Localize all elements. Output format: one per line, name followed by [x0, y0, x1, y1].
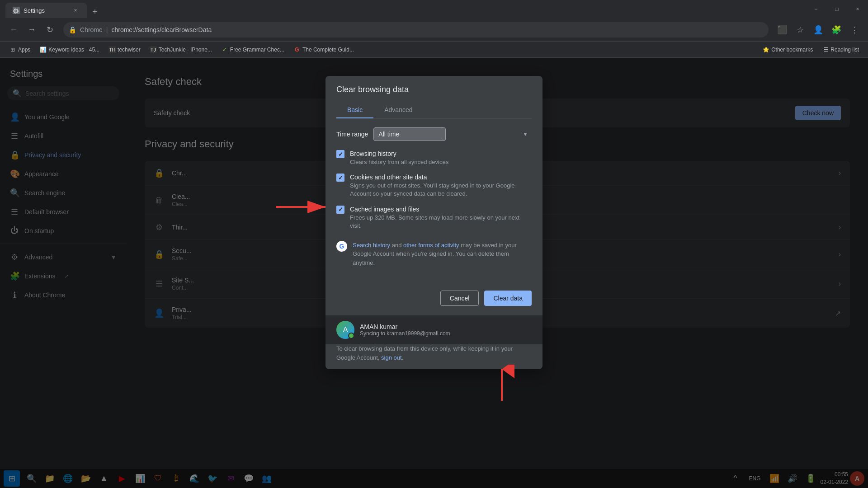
- time-range-row: Time range Last hour Last 24 hours Last …: [336, 127, 532, 141]
- cookies-desc: Signs you out of most sites. You'll stay…: [350, 182, 532, 198]
- keyword-favicon: 📊: [39, 46, 47, 53]
- cookies-title: Cookies and other site data: [350, 174, 532, 181]
- menu-button[interactable]: ⋮: [846, 22, 863, 38]
- bookmark-guide[interactable]: G The Complete Guid...: [290, 44, 358, 55]
- check-icon-2: ✓: [338, 174, 343, 181]
- tab-close-button[interactable]: ×: [71, 6, 80, 14]
- guide-label: The Complete Guid...: [302, 47, 354, 53]
- clear-browsing-dialog: Clear browsing data Basic Advanced Time …: [326, 76, 542, 369]
- grammar-label: Free Grammar Chec...: [230, 47, 284, 53]
- lock-icon: 🔒: [69, 26, 76, 33]
- nav-action-buttons: ⬛ ☆ 👤 🧩 ⋮: [774, 22, 863, 38]
- address-bar[interactable]: 🔒 Chrome | chrome://settings/clearBrowse…: [63, 22, 769, 38]
- forward-button[interactable]: →: [24, 22, 40, 38]
- tab-advanced[interactable]: Advanced: [373, 102, 423, 118]
- reading-list-icon: ☰: [824, 47, 829, 53]
- refresh-icon: ↻: [47, 25, 53, 35]
- chevron-down-icon: ▼: [523, 131, 528, 137]
- active-tab[interactable]: ⚙ Settings ×: [5, 3, 87, 18]
- other-bookmarks-button[interactable]: ⭐ Other bookmarks: [759, 45, 816, 55]
- google-info-row: G Search history and other forms of acti…: [336, 237, 532, 271]
- browsing-history-row: ✓ Browsing history Clears history from a…: [336, 150, 532, 166]
- apps-label: Apps: [18, 47, 30, 53]
- dialog-bottom-text: To clear browsing data from this device …: [326, 344, 542, 369]
- tab-title: Settings: [24, 7, 68, 14]
- forward-icon: →: [28, 25, 36, 34]
- back-icon: ←: [9, 25, 18, 34]
- reading-list-button[interactable]: ☰ Reading list: [820, 45, 863, 55]
- cached-title: Cached images and files: [350, 206, 532, 213]
- red-arrow-left: [271, 196, 330, 218]
- bookmarks-bar: ⊞ Apps 📊 Keyword ideas - 45... TH techwi…: [0, 42, 868, 58]
- bookmark-techjunkie[interactable]: TJ TechJunkie - iPhone...: [146, 44, 216, 55]
- dialog-header: Clear browsing data Basic Advanced: [326, 76, 542, 118]
- back-button[interactable]: ←: [5, 22, 22, 38]
- search-history-link[interactable]: Search history: [353, 242, 390, 249]
- bookmark-button[interactable]: ☆: [792, 22, 808, 38]
- cookies-row: ✓ Cookies and other site data Signs you …: [336, 174, 532, 198]
- new-tab-button[interactable]: +: [89, 5, 101, 18]
- browsing-history-checkbox[interactable]: ✓: [336, 150, 344, 158]
- modal-overlay: Clear browsing data Basic Advanced Time …: [0, 58, 868, 488]
- tab-favicon: ⚙: [13, 7, 20, 14]
- browsing-history-desc: Clears history from all synced devices: [350, 158, 532, 166]
- url-display: chrome://settings/clearBrowserData: [111, 26, 212, 33]
- extensions-button[interactable]: 🧩: [828, 22, 844, 38]
- guide-favicon: G: [293, 46, 301, 53]
- dialog-tabs: Basic Advanced: [336, 102, 532, 118]
- window-controls: − □ ×: [806, 0, 868, 18]
- site-label: Chrome: [80, 26, 103, 33]
- maximize-button[interactable]: □: [826, 0, 847, 18]
- google-g-icon: G: [336, 241, 347, 252]
- tab-basic[interactable]: Basic: [336, 102, 373, 118]
- and-text: and: [390, 242, 403, 249]
- user-avatar: A: [336, 321, 354, 339]
- time-range-select[interactable]: Last hour Last 24 hours Last 7 days Last…: [373, 127, 446, 141]
- bookmark-techwiser[interactable]: TH techwiser: [105, 44, 144, 55]
- techwiser-label: techwiser: [118, 47, 141, 53]
- cookies-checkbox[interactable]: ✓: [336, 174, 344, 182]
- tab-strip: ⚙ Settings × +: [5, 0, 101, 18]
- dialog-title: Clear browsing data: [336, 85, 532, 94]
- close-button[interactable]: ×: [847, 0, 868, 18]
- dialog-container: Clear browsing data Basic Advanced Time …: [326, 76, 542, 369]
- browsing-history-title: Browsing history: [350, 150, 532, 157]
- check-icon: ✓: [338, 151, 343, 158]
- user-info: AMAN kumar Syncing to kraman19999@gmail.…: [360, 323, 450, 337]
- dialog-body: Time range Last hour Last 24 hours Last …: [326, 118, 542, 287]
- dialog-footer: Cancel Clear data: [326, 287, 542, 315]
- sync-badge: [348, 333, 354, 339]
- time-range-label: Time range: [336, 131, 368, 138]
- check-icon-3: ✓: [338, 206, 343, 213]
- refresh-button[interactable]: ↻: [42, 22, 58, 38]
- cached-desc: Frees up 320 MB. Some sites may load mor…: [350, 214, 532, 230]
- profile-button[interactable]: 👤: [810, 22, 826, 38]
- clear-data-button[interactable]: Clear data: [484, 291, 532, 306]
- minimize-button[interactable]: −: [806, 0, 826, 18]
- cast-button[interactable]: ⬛: [774, 22, 790, 38]
- apps-favicon: ⊞: [9, 46, 16, 53]
- red-arrow-down: [488, 365, 515, 405]
- techjunkie-label: TechJunkie - iPhone...: [159, 47, 212, 53]
- user-name: AMAN kumar: [360, 323, 450, 330]
- other-activity-link[interactable]: other forms of activity: [403, 242, 459, 249]
- cancel-button[interactable]: Cancel: [440, 291, 479, 306]
- time-range-select-wrapper: Last hour Last 24 hours Last 7 days Last…: [373, 127, 532, 141]
- techwiser-favicon: TH: [108, 46, 116, 53]
- sign-out-link[interactable]: sign out: [381, 354, 402, 361]
- titlebar: ⚙ Settings × + − □ ×: [0, 0, 868, 18]
- keyword-label: Keyword ideas - 45...: [48, 47, 99, 53]
- grammar-favicon: ✓: [221, 46, 228, 53]
- bookmark-grammar[interactable]: ✓ Free Grammar Chec...: [217, 44, 288, 55]
- user-panel: A AMAN kumar Syncing to kraman19999@gmai…: [326, 315, 542, 344]
- bookmarks-right: ⭐ Other bookmarks ☰ Reading list: [759, 45, 863, 55]
- bookmark-star-icon: ⭐: [763, 47, 769, 53]
- techjunkie-favicon: TJ: [150, 46, 157, 53]
- cached-checkbox[interactable]: ✓: [336, 206, 344, 214]
- user-email: Syncing to kraman19999@gmail.com: [360, 330, 450, 337]
- bookmark-keyword[interactable]: 📊 Keyword ideas - 45...: [36, 44, 103, 55]
- bookmark-apps[interactable]: ⊞ Apps: [5, 44, 34, 55]
- navbar: ← → ↻ 🔒 Chrome | chrome://settings/clear…: [0, 18, 868, 42]
- cached-row: ✓ Cached images and files Frees up 320 M…: [336, 206, 532, 230]
- google-info-text: Search history and other forms of activi…: [353, 241, 532, 267]
